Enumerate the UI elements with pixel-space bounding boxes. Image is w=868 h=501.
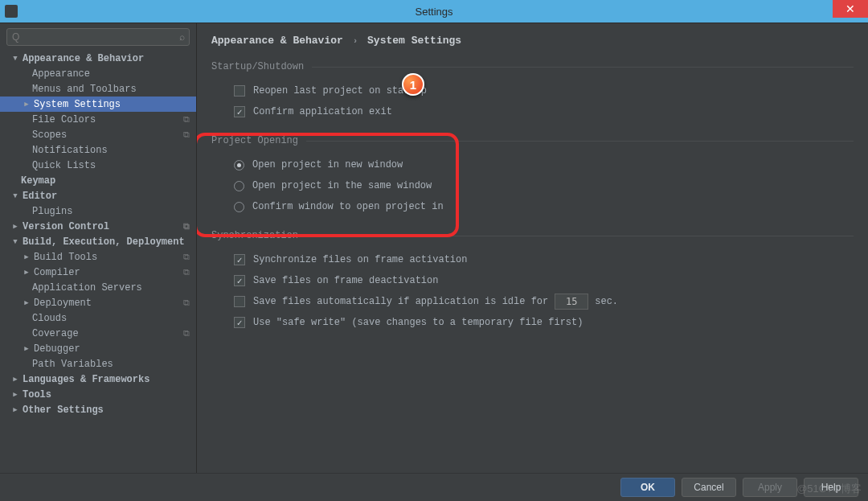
- sidebar-item[interactable]: Editor: [0, 188, 196, 203]
- option-autosave-idle[interactable]: Save files automatically if application …: [215, 291, 854, 312]
- sidebar-item[interactable]: Menus and Toolbars: [0, 81, 196, 97]
- section-opening: Open project in new window Open project …: [211, 154, 854, 217]
- sidebar-item[interactable]: Scopes⧉: [0, 127, 196, 142]
- search-input[interactable]: [6, 28, 190, 46]
- chevron-down-icon: [11, 192, 19, 200]
- option-label: Reopen last project on startup: [253, 85, 427, 97]
- sidebar-item[interactable]: Plugins: [0, 203, 196, 219]
- option-confirm-exit[interactable]: ✓ Confirm application exit: [215, 101, 854, 122]
- sidebar-item[interactable]: Appearance & Behavior: [0, 51, 196, 66]
- chevron-right-icon: [11, 405, 19, 414]
- option-label: Use "safe write" (save changes to a temp…: [253, 317, 583, 328]
- app-icon: [5, 5, 18, 18]
- sidebar-item-label: Compiler: [34, 267, 80, 278]
- chevron-right-icon: [23, 253, 31, 261]
- checkbox-icon: ✓: [234, 317, 245, 328]
- settings-tree[interactable]: Appearance & BehaviorAppearanceMenus and…: [0, 51, 196, 473]
- sidebar-item[interactable]: Quick Lists: [0, 158, 196, 173]
- divider: [306, 141, 854, 142]
- sidebar-item-label: Appearance: [32, 68, 90, 80]
- sidebar-item[interactable]: Deployment⧉: [0, 295, 196, 310]
- option-label-suffix: sec.: [595, 296, 618, 307]
- main-area: ⌕ Appearance & BehaviorAppearanceMenus a…: [0, 23, 868, 473]
- breadcrumb-part: System Settings: [367, 35, 461, 47]
- sidebar-item[interactable]: Build Tools⧉: [0, 249, 196, 265]
- divider: [312, 67, 854, 68]
- option-label: Open project in new window: [252, 159, 403, 170]
- sidebar-item-label: Tools: [23, 389, 51, 400]
- sidebar-item-label: Build, Execution, Deployment: [23, 236, 185, 248]
- cancel-button[interactable]: Cancel: [682, 478, 736, 497]
- sidebar-item[interactable]: Compiler⧉: [0, 265, 196, 280]
- sidebar-item-label: Clouds: [32, 313, 67, 324]
- project-scope-icon: ⧉: [183, 130, 190, 140]
- sidebar-item[interactable]: Tools: [0, 387, 196, 402]
- chevron-right-icon: [23, 344, 31, 353]
- sidebar-item[interactable]: Build, Execution, Deployment: [0, 234, 196, 249]
- sidebar-item-label: Quick Lists: [32, 160, 96, 171]
- sidebar-item[interactable]: Keymap: [0, 173, 196, 188]
- sidebar-item[interactable]: Clouds: [0, 310, 196, 326]
- section-opening-header: Project Opening: [211, 135, 854, 146]
- idle-seconds-input[interactable]: [555, 294, 588, 310]
- option-confirm-window[interactable]: Confirm window to open project in: [215, 196, 854, 217]
- chevron-right-icon: [11, 390, 19, 399]
- option-safe-write[interactable]: ✓ Use "safe write" (save changes to a te…: [215, 312, 854, 333]
- sidebar-item-label: Languages & Frameworks: [23, 374, 149, 385]
- sidebar-item-label: Other Settings: [23, 404, 104, 416]
- sidebar-item[interactable]: Path Variables: [0, 356, 196, 372]
- breadcrumb-part: Appearance & Behavior: [211, 35, 343, 47]
- radio-icon: [234, 160, 244, 170]
- chevron-right-icon: [11, 375, 19, 384]
- section-title: Startup/Shutdown: [211, 61, 304, 72]
- sidebar-item[interactable]: System Settings: [0, 97, 196, 112]
- sidebar-item[interactable]: Other Settings: [0, 402, 196, 417]
- section-title: Synchronization: [211, 230, 298, 241]
- checkbox-icon: ✓: [234, 254, 245, 265]
- chevron-down-icon: [11, 55, 19, 63]
- checkbox-icon: ✓: [234, 106, 245, 117]
- project-scope-icon: ⧉: [183, 253, 190, 262]
- radio-icon: [234, 202, 244, 212]
- sidebar-item[interactable]: Debugger: [0, 341, 196, 356]
- close-button[interactable]: ✕: [833, 0, 868, 18]
- section-startup: Reopen last project on startup ✓ Confirm…: [211, 80, 854, 122]
- project-scope-icon: ⧉: [183, 298, 190, 308]
- sidebar-item-label: Scopes: [32, 129, 67, 141]
- chevron-right-icon: [23, 268, 31, 277]
- search-wrap: ⌕: [0, 23, 196, 51]
- option-label: Confirm window to open project in: [252, 201, 444, 212]
- option-open-same-window[interactable]: Open project in the same window: [215, 175, 854, 196]
- option-sync-activation[interactable]: ✓ Synchronize files on frame activation: [215, 249, 854, 270]
- option-reopen-last[interactable]: Reopen last project on startup: [215, 80, 854, 101]
- sidebar-item-label: Keymap: [21, 175, 55, 187]
- project-scope-icon: ⧉: [183, 329, 190, 339]
- chevron-right-icon: [23, 298, 31, 307]
- help-button[interactable]: Help: [804, 478, 858, 497]
- option-open-new-window[interactable]: Open project in new window: [215, 154, 854, 175]
- sidebar-item[interactable]: Version Control⧉: [0, 219, 196, 234]
- section-startup-header: Startup/Shutdown: [211, 61, 854, 72]
- sidebar-item[interactable]: Languages & Frameworks: [0, 372, 196, 387]
- section-sync: ✓ Synchronize files on frame activation …: [211, 249, 854, 333]
- option-label: Save files automatically if application …: [253, 296, 548, 307]
- apply-button[interactable]: Apply: [743, 478, 797, 497]
- chevron-down-icon: [11, 238, 19, 246]
- ok-button[interactable]: OK: [620, 478, 675, 497]
- project-scope-icon: ⧉: [183, 115, 190, 125]
- divider: [306, 236, 854, 236]
- sidebar-item-label: Deployment: [34, 298, 92, 309]
- sidebar-item[interactable]: Coverage⧉: [0, 326, 196, 341]
- sidebar-item[interactable]: Application Servers: [0, 280, 196, 295]
- sidebar-item[interactable]: File Colors⧉: [0, 112, 196, 127]
- checkbox-icon: [234, 296, 245, 307]
- sidebar-item-label: Notifications: [32, 145, 108, 156]
- sidebar: ⌕ Appearance & BehaviorAppearanceMenus a…: [0, 23, 197, 473]
- chevron-right-icon: [23, 100, 31, 109]
- sidebar-item[interactable]: Appearance: [0, 66, 196, 81]
- sidebar-item-label: Debugger: [34, 343, 80, 355]
- project-scope-icon: ⧉: [183, 222, 190, 232]
- sidebar-item[interactable]: Notifications: [0, 142, 196, 158]
- option-save-deactivation[interactable]: ✓ Save files on frame deactivation: [215, 270, 854, 291]
- checkbox-icon: ✓: [234, 275, 245, 286]
